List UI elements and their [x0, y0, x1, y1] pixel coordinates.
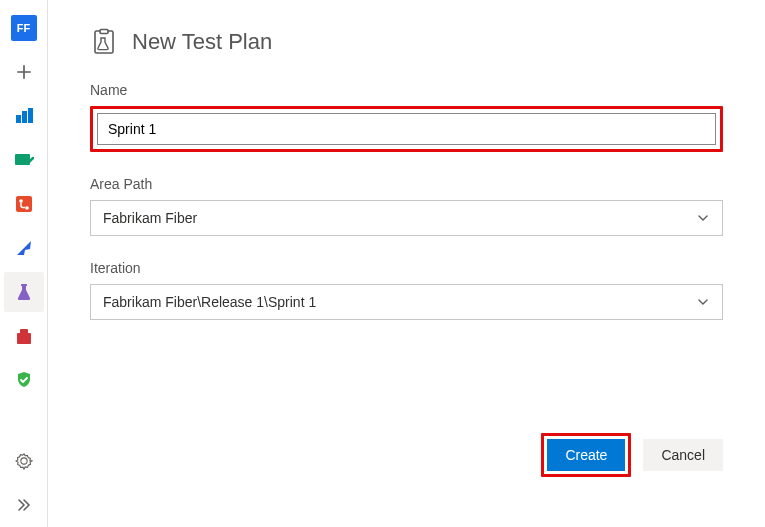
- test-plans-icon: [14, 282, 34, 302]
- chevron-down-icon: [696, 211, 710, 225]
- field-name: Name: [90, 82, 723, 152]
- sidebar-item-add[interactable]: [4, 52, 44, 92]
- sidebar-item-repos[interactable]: [4, 184, 44, 224]
- name-input[interactable]: [97, 113, 716, 145]
- sidebar-item-artifacts[interactable]: [4, 316, 44, 356]
- name-label: Name: [90, 82, 723, 98]
- sidebar-item-project-home[interactable]: FF: [4, 8, 44, 48]
- field-area-path: Area Path Fabrikam Fiber: [90, 176, 723, 236]
- sidebar: FF: [0, 0, 48, 527]
- name-highlight: [90, 106, 723, 152]
- gear-icon: [15, 452, 33, 470]
- area-path-dropdown[interactable]: Fabrikam Fiber: [90, 200, 723, 236]
- page-title: New Test Plan: [132, 29, 272, 55]
- create-highlight: Create: [541, 433, 631, 477]
- svg-rect-0: [16, 115, 21, 123]
- boards-icon: [14, 106, 34, 126]
- sidebar-item-test-plans[interactable]: [4, 272, 44, 312]
- svg-rect-9: [20, 329, 28, 334]
- area-path-label: Area Path: [90, 176, 723, 192]
- shield-icon: [14, 370, 34, 390]
- sidebar-item-compliance[interactable]: [4, 360, 44, 400]
- area-path-value: Fabrikam Fiber: [103, 210, 197, 226]
- cancel-button[interactable]: Cancel: [643, 439, 723, 471]
- sidebar-item-work-items[interactable]: [4, 140, 44, 180]
- svg-rect-7: [21, 284, 27, 286]
- plus-icon: [15, 63, 33, 81]
- iteration-value: Fabrikam Fiber\Release 1\Sprint 1: [103, 294, 316, 310]
- main-panel: New Test Plan Name Area Path Fabrikam Fi…: [48, 0, 765, 527]
- sidebar-item-settings[interactable]: [4, 441, 44, 481]
- svg-point-5: [19, 199, 23, 203]
- create-button[interactable]: Create: [547, 439, 625, 471]
- panel-header: New Test Plan: [90, 28, 723, 56]
- iteration-label: Iteration: [90, 260, 723, 276]
- repos-icon: [14, 194, 34, 214]
- svg-rect-2: [28, 108, 33, 123]
- chevron-down-icon: [696, 295, 710, 309]
- svg-rect-1: [22, 111, 27, 123]
- work-items-icon: [14, 150, 34, 170]
- artifacts-icon: [14, 326, 34, 346]
- chevron-double-right-icon: [16, 497, 32, 513]
- project-logo: FF: [11, 15, 37, 41]
- dialog-footer: Create Cancel: [541, 433, 723, 477]
- svg-rect-11: [100, 30, 108, 34]
- field-iteration: Iteration Fabrikam Fiber\Release 1\Sprin…: [90, 260, 723, 320]
- sidebar-item-boards[interactable]: [4, 96, 44, 136]
- test-plan-header-icon: [90, 28, 118, 56]
- iteration-dropdown[interactable]: Fabrikam Fiber\Release 1\Sprint 1: [90, 284, 723, 320]
- pipelines-icon: [14, 238, 34, 258]
- svg-rect-4: [16, 196, 32, 212]
- sidebar-item-expand[interactable]: [4, 485, 44, 525]
- sidebar-item-pipelines[interactable]: [4, 228, 44, 268]
- svg-rect-8: [17, 333, 31, 344]
- svg-point-6: [25, 206, 29, 210]
